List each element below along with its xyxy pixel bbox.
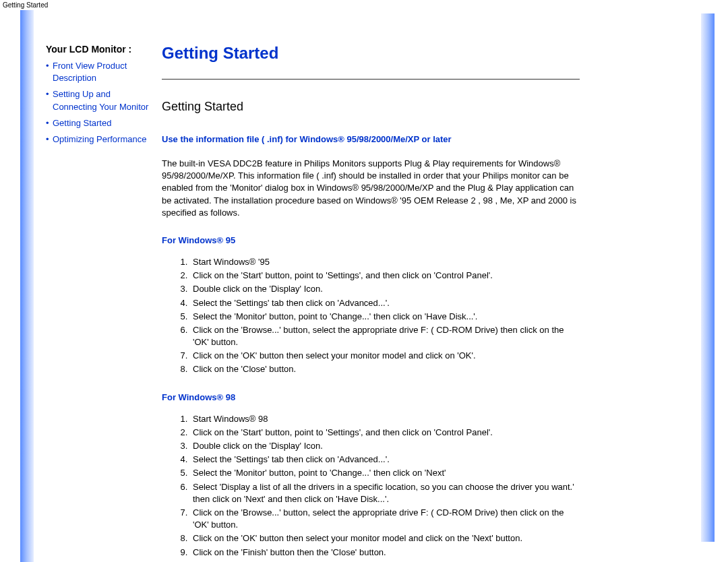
section-win98: For Windows® 98 Start Windows® 98 Click … bbox=[162, 392, 580, 559]
step: Click on the 'Finish' button then the 'C… bbox=[190, 547, 580, 559]
main-content: Getting Started Getting Started Use the … bbox=[162, 44, 580, 562]
step: Click on the 'OK' button then select you… bbox=[190, 350, 580, 362]
step: Double click on the 'Display' Icon. bbox=[190, 440, 580, 452]
sidebar-item-setting-up[interactable]: Setting Up and Connecting Your Monitor bbox=[46, 88, 155, 113]
sidebar-title: Your LCD Monitor : bbox=[46, 44, 155, 55]
step: Double click on the 'Display' Icon. bbox=[190, 283, 580, 295]
step: Click on the 'Browse...' button, select … bbox=[190, 507, 580, 531]
sidebar-list: Front View Product Description Setting U… bbox=[46, 60, 155, 146]
content-wrap: Your LCD Monitor : Front View Product De… bbox=[34, 10, 728, 562]
sub-title: Getting Started bbox=[162, 100, 580, 114]
sidebar-item-optimizing[interactable]: Optimizing Performance bbox=[46, 133, 155, 146]
body-text: The built-in VESA DDC2B feature in Phili… bbox=[162, 158, 580, 219]
main-title: Getting Started bbox=[162, 44, 580, 63]
sidebar-item-front-view[interactable]: Front View Product Description bbox=[46, 60, 155, 84]
page-header-text: Getting Started bbox=[0, 0, 728, 10]
page-wrap: Your LCD Monitor : Front View Product De… bbox=[0, 10, 728, 562]
right-decorative-bar bbox=[701, 13, 715, 542]
section-win95: For Windows® 95 Start Windows® '95 Click… bbox=[162, 235, 580, 376]
step: Start Windows® 98 bbox=[190, 413, 580, 425]
info-heading: Use the information file ( .inf) for Win… bbox=[162, 134, 580, 144]
step: Click on the 'Start' button, point to 'S… bbox=[190, 427, 580, 439]
sidebar: Your LCD Monitor : Front View Product De… bbox=[34, 44, 162, 562]
step: Click on the 'Start' button, point to 'S… bbox=[190, 270, 580, 282]
steps-win98: Start Windows® 98 Click on the 'Start' b… bbox=[190, 413, 580, 559]
steps-win95: Start Windows® '95 Click on the 'Start' … bbox=[190, 256, 580, 376]
step: Select the 'Monitor' button, point to 'C… bbox=[190, 311, 580, 323]
step: Select 'Display a list of all the driver… bbox=[190, 481, 580, 505]
step: Click on the 'Close' button. bbox=[190, 363, 580, 375]
divider bbox=[162, 79, 580, 80]
section-heading-win98: For Windows® 98 bbox=[162, 392, 580, 402]
step: Start Windows® '95 bbox=[190, 256, 580, 268]
step: Select the 'Settings' tab then click on … bbox=[190, 297, 580, 309]
step: Select the 'Settings' tab then click on … bbox=[190, 454, 580, 466]
step: Click on the 'OK' button then select you… bbox=[190, 532, 580, 544]
step: Select the 'Monitor' button, point to 'C… bbox=[190, 467, 580, 479]
left-decorative-bar bbox=[20, 10, 34, 562]
sidebar-item-getting-started[interactable]: Getting Started bbox=[46, 117, 155, 129]
section-heading-win95: For Windows® 95 bbox=[162, 235, 580, 245]
step: Click on the 'Browse...' button, select … bbox=[190, 324, 580, 348]
